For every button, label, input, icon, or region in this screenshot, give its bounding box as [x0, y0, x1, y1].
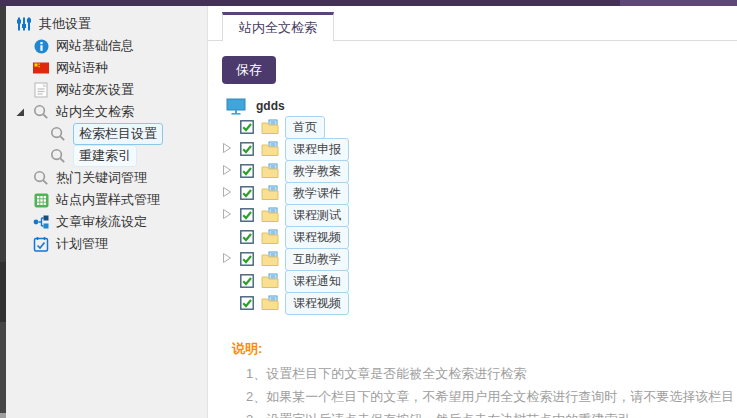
instructions: 说明: 1、设置栏目下的文章是否能被全文检索进行检索 2、如果某一个栏目下的文章… — [222, 340, 737, 418]
sidebar-item-label: 热门关键词管理 — [56, 169, 147, 187]
sidebar-item-search-column-settings[interactable]: 检索栏目设置 — [6, 123, 207, 145]
tree-node: 教学教案 — [222, 160, 737, 182]
sidebar-item-label: 计划管理 — [56, 235, 108, 253]
tree-node: 课程测试 — [222, 204, 737, 226]
sidebar-item-label: 网站基础信息 — [56, 37, 134, 55]
search-icon — [50, 148, 66, 164]
tab-fulltext-search[interactable]: 站内全文检索 — [222, 12, 334, 42]
sidebar-item-rebuild-index[interactable]: 重建索引 — [6, 145, 207, 167]
site-monitor-icon — [226, 98, 246, 115]
sidebar-item-label: 站点内置样式管理 — [56, 191, 160, 209]
folder-icon — [261, 119, 279, 135]
sidebar-item-site-language[interactable]: 网站语种 — [6, 57, 207, 79]
main-panel: 站内全文检索 保存 gdds 首页 — [208, 6, 737, 418]
checkbox-checked-icon[interactable] — [240, 120, 254, 134]
save-button[interactable]: 保存 — [222, 56, 276, 84]
sidebar-item-label: 网站变灰设置 — [56, 81, 134, 99]
sidebar-item-site-gray-settings[interactable]: 网站变灰设置 — [6, 79, 207, 101]
sidebar-item-hot-keywords[interactable]: 热门关键词管理 — [6, 167, 207, 189]
column-tree: gdds 首页 课程申报 教学教案 — [222, 96, 737, 314]
expand-arrow-icon[interactable] — [222, 140, 232, 158]
expand-arrow-icon[interactable] — [222, 162, 232, 180]
sidebar-item-site-basic-info[interactable]: 网站基础信息 — [6, 35, 207, 57]
checkbox-checked-icon[interactable] — [240, 186, 254, 200]
search-icon — [50, 126, 66, 142]
checkbox-checked-icon[interactable] — [240, 274, 254, 288]
sidebar-item-label[interactable]: 重建索引 — [73, 145, 137, 167]
tab-bar: 站内全文检索 — [208, 6, 737, 41]
search-icon — [33, 104, 49, 120]
checkbox-checked-icon[interactable] — [240, 208, 254, 222]
tree-node: 教学课件 — [222, 182, 737, 204]
sliders-icon — [16, 16, 32, 32]
tree-node-label[interactable]: 课程测试 — [285, 204, 349, 227]
tree-node-label[interactable]: 教学教案 — [285, 160, 349, 183]
sidebar-item-label: 其他设置 — [39, 15, 91, 33]
sidebar-item-label[interactable]: 检索栏目设置 — [73, 123, 163, 145]
search-icon — [33, 170, 49, 186]
tree-node-label[interactable]: 课程申报 — [285, 138, 349, 161]
tree-node: 课程通知 — [222, 270, 737, 292]
checkbox-checked-icon[interactable] — [240, 164, 254, 178]
sidebar: 其他设置 网站基础信息 网站语种 — [6, 6, 208, 418]
folder-icon — [261, 295, 279, 311]
tree-node-label[interactable]: 课程通知 — [285, 270, 349, 293]
tree-node-label[interactable]: 教学课件 — [285, 182, 349, 205]
sidebar-item-fulltext-search[interactable]: 站内全文检索 — [6, 101, 207, 123]
sidebar-item-builtin-styles[interactable]: 站点内置样式管理 — [6, 189, 207, 211]
sidebar-item-plan-management[interactable]: 计划管理 — [6, 233, 207, 255]
tree-node-label[interactable]: 课程视频 — [285, 226, 349, 249]
instruction-item: 1、设置栏目下的文章是否能被全文检索进行检索 — [232, 366, 737, 381]
instruction-item: 2、如果某一个栏目下的文章，不希望用户用全文检索进行查询时，请不要选择该栏目 — [232, 389, 737, 404]
expand-arrow-icon[interactable] — [222, 206, 232, 224]
plan-icon — [33, 236, 49, 252]
sidebar-item-review-flow[interactable]: 文章审核流设定 — [6, 211, 207, 233]
tree-node: 互助教学 — [222, 248, 737, 270]
tree-root-label: gdds — [256, 99, 285, 113]
document-icon — [33, 82, 49, 98]
tree-node: 首页 — [222, 116, 737, 138]
checkbox-checked-icon[interactable] — [240, 252, 254, 266]
sidebar-item-label: 文章审核流设定 — [56, 213, 147, 231]
folder-icon — [261, 273, 279, 289]
sidebar-item-other-settings[interactable]: 其他设置 — [6, 13, 207, 35]
folder-icon — [261, 207, 279, 223]
checkbox-checked-icon[interactable] — [240, 142, 254, 156]
tree-node-label[interactable]: 首页 — [285, 116, 325, 139]
tree-node: 课程视频 — [222, 226, 737, 248]
instruction-item: 3、设置完以后请点击保存按钮，然后点击左边树节点中的重建索引 — [232, 412, 737, 418]
tree-node-label[interactable]: 互助教学 — [285, 248, 349, 271]
tree-root[interactable]: gdds — [222, 96, 737, 116]
sidebar-item-label: 站内全文检索 — [56, 103, 134, 121]
folder-icon — [261, 251, 279, 267]
expanded-arrow-icon[interactable] — [16, 105, 25, 120]
folder-icon — [261, 141, 279, 157]
tree-node: 课程视频 — [222, 292, 737, 314]
grid-icon — [33, 192, 49, 208]
expand-arrow-icon[interactable] — [222, 184, 232, 202]
flow-icon — [33, 214, 49, 230]
tree-node-label[interactable]: 课程视频 — [285, 292, 349, 315]
checkbox-checked-icon[interactable] — [240, 296, 254, 310]
sidebar-item-label: 网站语种 — [56, 59, 108, 77]
info-icon — [33, 38, 49, 54]
expand-arrow-icon[interactable] — [222, 250, 232, 268]
folder-icon — [261, 163, 279, 179]
folder-icon — [261, 229, 279, 245]
flag-icon — [33, 60, 49, 76]
checkbox-checked-icon[interactable] — [240, 230, 254, 244]
folder-icon — [261, 185, 279, 201]
instructions-title: 说明: — [232, 340, 737, 358]
tree-node: 课程申报 — [222, 138, 737, 160]
